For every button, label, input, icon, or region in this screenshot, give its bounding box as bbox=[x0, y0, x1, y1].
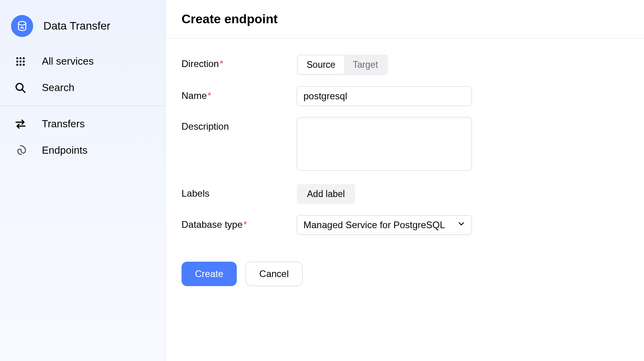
description-input[interactable] bbox=[297, 117, 472, 171]
database-type-value: Managed Service for PostgreSQL bbox=[303, 220, 445, 231]
svg-point-0 bbox=[16, 57, 18, 59]
svg-point-2 bbox=[23, 57, 25, 59]
svg-point-4 bbox=[19, 60, 21, 62]
svg-point-5 bbox=[23, 60, 25, 62]
label-description: Description bbox=[182, 117, 297, 132]
label-labels: Labels bbox=[182, 184, 297, 199]
create-button[interactable]: Create bbox=[182, 262, 237, 286]
row-database-type: Database type* Managed Service for Postg… bbox=[182, 215, 628, 235]
svg-point-7 bbox=[19, 63, 21, 65]
svg-line-10 bbox=[22, 89, 25, 92]
row-name: Name* bbox=[182, 86, 628, 106]
search-icon bbox=[13, 82, 28, 94]
svg-point-3 bbox=[16, 60, 18, 62]
grid-icon bbox=[13, 56, 28, 67]
direction-target-button[interactable]: Target bbox=[344, 56, 387, 74]
brand-title: Data Transfer bbox=[43, 20, 110, 32]
sidebar-item-label: Search bbox=[42, 82, 74, 94]
label-name: Name* bbox=[182, 86, 297, 101]
data-transfer-icon bbox=[11, 15, 33, 37]
transfer-icon bbox=[13, 118, 28, 130]
main: Create endpoint Direction* Source Target… bbox=[166, 0, 644, 361]
direction-source-button[interactable]: Source bbox=[298, 56, 344, 74]
sidebar-item-endpoints[interactable]: Endpoints bbox=[0, 137, 165, 164]
sidebar-item-transfers[interactable]: Transfers bbox=[0, 111, 165, 137]
sidebar: Data Transfer All services Search bbox=[0, 0, 166, 361]
row-direction: Direction* Source Target bbox=[182, 54, 628, 75]
form-actions: Create Cancel bbox=[182, 262, 628, 286]
direction-segmented: Source Target bbox=[297, 54, 388, 75]
database-type-select[interactable]: Managed Service for PostgreSQL bbox=[297, 215, 472, 235]
label-direction: Direction* bbox=[182, 54, 297, 69]
cancel-button[interactable]: Cancel bbox=[245, 262, 303, 286]
name-input[interactable] bbox=[297, 86, 472, 106]
sidebar-item-label: Endpoints bbox=[42, 144, 88, 156]
add-label-button[interactable]: Add label bbox=[297, 184, 355, 204]
endpoints-icon bbox=[13, 145, 28, 156]
page-title: Create endpoint bbox=[182, 12, 628, 26]
main-header: Create endpoint bbox=[166, 0, 644, 39]
sidebar-divider bbox=[0, 106, 165, 106]
sidebar-item-search[interactable]: Search bbox=[0, 74, 165, 101]
sidebar-item-label: Transfers bbox=[42, 118, 85, 130]
row-description: Description bbox=[182, 117, 628, 173]
sidebar-item-all-services[interactable]: All services bbox=[0, 48, 165, 74]
sidebar-brand[interactable]: Data Transfer bbox=[0, 11, 165, 48]
form: Direction* Source Target Name* Descripti… bbox=[166, 39, 644, 302]
svg-point-1 bbox=[19, 57, 21, 59]
svg-point-8 bbox=[23, 63, 25, 65]
row-labels: Labels Add label bbox=[182, 184, 628, 204]
sidebar-item-label: All services bbox=[42, 55, 94, 67]
svg-point-6 bbox=[16, 63, 18, 65]
label-database-type: Database type* bbox=[182, 215, 297, 230]
